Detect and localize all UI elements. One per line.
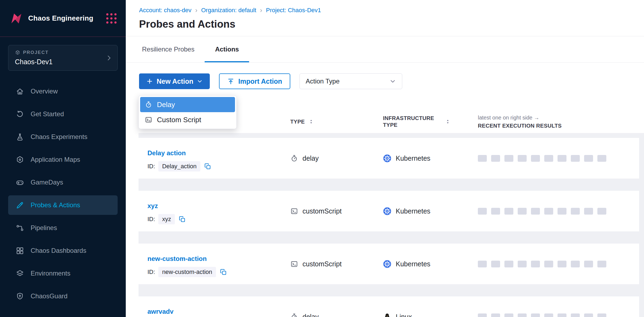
probe-icon	[16, 201, 24, 209]
import-action-button[interactable]: Import Action	[219, 73, 290, 89]
action-name-link[interactable]: xyz	[147, 202, 158, 210]
execution-result-placeholder	[544, 208, 553, 215]
page-title: Probes and Actions	[139, 18, 644, 30]
breadcrumb-organization-link[interactable]: Organization: default	[201, 7, 256, 14]
sidebar-item-gamedays[interactable]: GameDays	[8, 173, 118, 192]
sidebar-item-application-maps[interactable]: Application Maps	[8, 150, 118, 169]
sidebar-item-pipelines[interactable]: Pipelines	[8, 218, 118, 238]
actions-list: Delay action ID: Delay_action delay Kube…	[139, 133, 644, 317]
execution-result-placeholder	[518, 155, 527, 162]
sidebar-item-environments[interactable]: Environments	[8, 264, 118, 283]
brand-title: Chaos Engineering	[28, 14, 93, 22]
action-id-chip: xyz	[158, 214, 175, 224]
action-name-link[interactable]: new-custom-action	[147, 255, 207, 263]
execution-result-placeholder	[491, 313, 500, 317]
project-name: Chaos-Dev1	[15, 58, 111, 66]
action-type-cell: customScript	[290, 260, 383, 268]
infrastructure-cell: Kubernetes	[383, 260, 478, 268]
sort-icon[interactable]	[445, 119, 450, 124]
infrastructure-cell: Kubernetes	[383, 207, 478, 215]
app-window: Chaos Engineering PROJECT Chaos-Dev1 Ove…	[0, 0, 644, 317]
execution-result-placeholder	[518, 313, 527, 317]
table-row[interactable]: xyz ID: xyz customScript Kubernetes	[139, 191, 639, 231]
execution-result-placeholder	[531, 261, 540, 267]
execution-result-placeholder	[597, 261, 606, 267]
recent-execution-results	[478, 208, 639, 215]
copy-icon[interactable]	[179, 216, 186, 223]
module-grid-icon[interactable]	[106, 13, 117, 24]
execution-result-placeholder	[558, 208, 566, 215]
breadcrumb-project-link[interactable]: Project: Chaos-Dev1	[266, 7, 321, 14]
sidebar-item-chaosguard[interactable]: ChaosGuard	[8, 286, 118, 306]
execution-result-placeholder	[491, 208, 500, 215]
sidebar-item-probes-actions[interactable]: Probes & Actions	[8, 195, 118, 215]
pipeline-icon	[16, 224, 24, 232]
execution-result-placeholder	[571, 261, 580, 267]
id-label: ID:	[147, 163, 155, 170]
sidebar-item-get-started[interactable]: Get Started	[8, 104, 118, 124]
execution-result-placeholder	[584, 155, 593, 162]
kubernetes-icon	[383, 260, 391, 268]
execution-result-placeholder	[597, 313, 606, 317]
menu-item-custom-script[interactable]: Custom Script	[140, 112, 235, 127]
execution-result-placeholder	[584, 261, 593, 267]
execution-result-placeholder	[571, 313, 580, 317]
hexagon-icon	[16, 156, 24, 164]
breadcrumb: Account: chaos-dev › Organization: defau…	[139, 7, 644, 14]
tab-resilience-probes[interactable]: Resilience Probes	[132, 36, 205, 62]
action-id-chip: Delay_action	[158, 161, 200, 172]
project-cube-icon	[15, 50, 20, 55]
kubernetes-icon	[383, 207, 391, 215]
stopwatch-icon	[290, 154, 298, 162]
breadcrumb-separator: ›	[195, 7, 197, 14]
execution-result-placeholder	[584, 313, 593, 317]
action-name-link[interactable]: Delay action	[147, 149, 186, 157]
breadcrumb-account-link[interactable]: Account: chaos-dev	[139, 7, 191, 14]
table-header-results: latest one on right side → RECENT EXECUT…	[478, 115, 639, 129]
execution-result-placeholder	[544, 313, 553, 317]
action-type-cell: customScript	[290, 207, 383, 215]
sidebar-header: Chaos Engineering	[0, 0, 126, 37]
script-icon	[290, 260, 298, 268]
execution-result-placeholder	[518, 208, 527, 215]
execution-result-placeholder	[504, 313, 513, 317]
execution-result-placeholder	[558, 155, 566, 162]
stopwatch-icon	[145, 101, 152, 108]
tab-actions[interactable]: Actions	[205, 36, 249, 62]
dashboard-icon	[16, 247, 24, 255]
execution-result-placeholder	[531, 208, 540, 215]
recent-execution-results	[478, 313, 639, 317]
restart-icon	[16, 110, 24, 118]
execution-result-placeholder	[531, 155, 540, 162]
table-row[interactable]: new-custom-action ID: new-custom-action …	[139, 244, 639, 284]
project-label: PROJECT	[23, 50, 49, 55]
infrastructure-cell: Linux	[383, 313, 478, 317]
chevron-down-icon	[389, 78, 396, 85]
sidebar-item-overview[interactable]: Overview	[8, 82, 118, 101]
script-icon	[290, 207, 298, 215]
table-row[interactable]: awrvadv ID: awrvadv delay Linux	[139, 296, 639, 317]
main-content: Account: chaos-dev › Organization: defau…	[126, 0, 644, 317]
execution-result-placeholder	[478, 208, 487, 215]
sidebar-item-chaos-dashboards[interactable]: Chaos Dashboards	[8, 241, 118, 260]
menu-item-delay[interactable]: Delay	[140, 97, 235, 112]
sort-icon[interactable]	[308, 119, 314, 124]
new-action-button[interactable]: New Action	[139, 73, 210, 89]
action-name-link[interactable]: awrvadv	[147, 308, 173, 315]
sidebar-item-chaos-experiments[interactable]: Chaos Experiments	[8, 127, 118, 147]
execution-result-placeholder	[504, 208, 513, 215]
id-label: ID:	[147, 269, 155, 276]
breadcrumb-separator: ›	[260, 7, 262, 14]
infrastructure-cell: Kubernetes	[383, 154, 478, 163]
table-row[interactable]: Delay action ID: Delay_action delay Kube…	[139, 138, 639, 179]
home-icon	[16, 87, 24, 96]
execution-result-placeholder	[597, 208, 606, 215]
action-id-chip: new-custom-action	[158, 267, 216, 277]
copy-icon[interactable]	[204, 163, 211, 170]
harness-chaos-logo-icon	[9, 11, 23, 25]
copy-icon[interactable]	[220, 269, 227, 276]
action-type-cell: delay	[290, 154, 383, 162]
project-selector[interactable]: PROJECT Chaos-Dev1	[8, 45, 118, 71]
action-type-filter[interactable]: Action Type	[300, 73, 402, 89]
sidebar-nav: Overview Get Started Chaos Experiments A…	[0, 82, 126, 306]
